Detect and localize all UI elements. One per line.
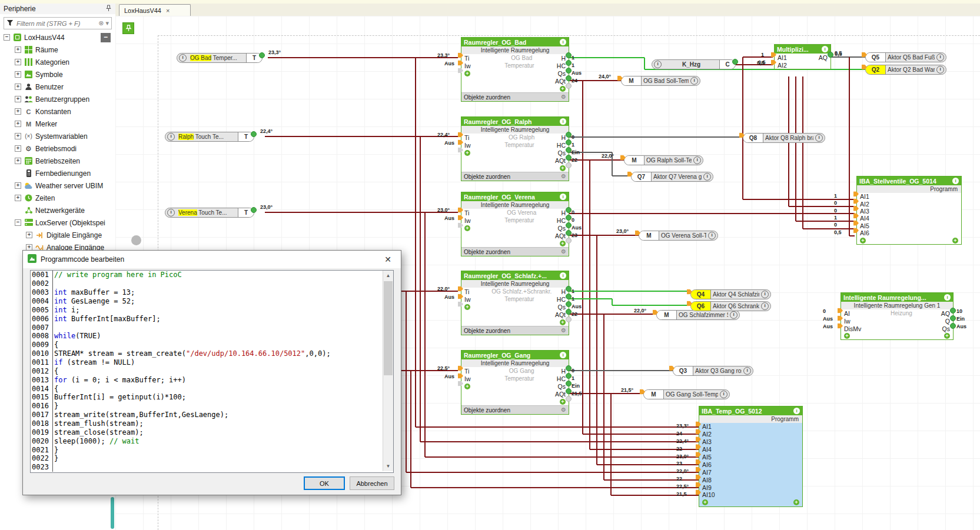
- code-line[interactable]: 0011if (stream != NULL): [31, 358, 393, 367]
- pin-icon[interactable]: [105, 5, 112, 14]
- output-connector[interactable]: [566, 373, 572, 379]
- add-input-icon[interactable]: +: [464, 304, 470, 310]
- tree-expander-icon[interactable]: −: [4, 34, 10, 41]
- output-connector[interactable]: [566, 396, 572, 402]
- controller-block-1[interactable]: Raumregler_OG_BadiIntelligente Raumregel…: [461, 37, 569, 102]
- output-connector[interactable]: [251, 131, 257, 137]
- actor-pill-q2[interactable]: Q2Aktor Q2 Bad Wand...i: [865, 65, 946, 75]
- controller-block-5[interactable]: Raumregler_OG_GangiIntelligente Raumrege…: [461, 350, 569, 415]
- controller-block-4[interactable]: Raumregler_OG_Schlafz.+...iIntelligente …: [461, 271, 569, 335]
- output-connector[interactable]: [566, 132, 572, 138]
- tab-loxhausv44[interactable]: LoxHausV44 ×: [119, 4, 191, 16]
- info-icon[interactable]: i: [560, 194, 566, 200]
- code-line[interactable]: 0010STREAM* stream = stream_create("/dev…: [31, 349, 393, 358]
- temp-block[interactable]: IBA_Temp_OG_5012iProgrammAI1AI2AI3AI4AI5…: [699, 406, 803, 507]
- output-connector[interactable]: [950, 323, 956, 329]
- sidebar-item-konstanten[interactable]: +CKonstanten: [0, 105, 115, 118]
- output-connector[interactable]: [566, 75, 572, 81]
- output-connector[interactable]: [566, 162, 572, 168]
- tree-expander-icon[interactable]: +: [15, 108, 21, 115]
- marker-pill-1[interactable]: MOG Bad Soll-Tempi: [621, 76, 700, 86]
- code-line[interactable]: 0020sleep(1000); // wait: [31, 436, 393, 445]
- filter-clear-icon[interactable]: ⊗: [98, 20, 104, 26]
- output-connector[interactable]: [566, 147, 572, 153]
- stellventile-block[interactable]: IBA_Stellventile_OG_5014iProgrammAI1AI2A…: [856, 176, 962, 245]
- sidebar-item-digitale-eing-nge[interactable]: +Digitale Eingänge: [0, 229, 115, 241]
- tree-expander-icon[interactable]: +: [15, 71, 21, 78]
- info-icon[interactable]: i: [560, 272, 566, 279]
- output-connector[interactable]: [566, 381, 572, 386]
- sidebar-scrollbar-thumb[interactable]: [111, 497, 114, 529]
- add-input-icon[interactable]: +: [464, 71, 470, 76]
- code-line[interactable]: 0019stream_close(stream);: [31, 428, 393, 436]
- output-connector[interactable]: [566, 52, 572, 58]
- output-connector[interactable]: [566, 215, 572, 221]
- info-icon[interactable]: i: [560, 39, 566, 45]
- code-line[interactable]: 0004int GesLaenge = 52;: [31, 297, 393, 306]
- sidebar-item-weather-server-ubim[interactable]: +Weather server UBIM: [0, 179, 115, 192]
- output-connector[interactable]: [732, 59, 738, 65]
- panel-handle-circle[interactable]: [131, 235, 141, 245]
- multiplier-block[interactable]: Multiplizi...iAI1AQAI2: [774, 44, 831, 69]
- output-connector[interactable]: [566, 301, 572, 307]
- tab-close-icon[interactable]: ×: [166, 7, 170, 14]
- actor-pill-q4[interactable]: Q4Aktor Q4 Schlafzim...i: [690, 289, 771, 299]
- code-line[interactable]: 0016}: [31, 402, 393, 411]
- code-line[interactable]: 0015BufferInt[i] = getinput(i)*100;: [31, 393, 393, 402]
- code-line[interactable]: 0001// write program here in PicoC: [31, 271, 393, 279]
- code-line[interactable]: 0017stream_write(stream,BufferInt,GesLae…: [31, 411, 393, 419]
- output-connector[interactable]: [251, 207, 257, 213]
- marker-pill-3[interactable]: MOG Verena Soll-Tempi: [639, 231, 718, 241]
- block-footer[interactable]: Objekte zuordnen⚙: [461, 247, 569, 256]
- actor-pill-q3[interactable]: Q3Aktor Q3 Gang rosai: [673, 366, 753, 376]
- scroll-down-icon[interactable]: ▼: [383, 461, 393, 471]
- sidebar-item-netzwerkger-te[interactable]: Netzwerkgeräte: [0, 204, 115, 216]
- code-line[interactable]: 0007: [31, 323, 393, 332]
- output-connector[interactable]: [566, 60, 572, 66]
- output-connector[interactable]: [566, 83, 572, 89]
- block-footer[interactable]: Objekte zuordnen⚙: [461, 405, 569, 414]
- tree-expander-icon[interactable]: +: [15, 46, 21, 53]
- output-connector[interactable]: [566, 294, 572, 299]
- add-input-icon[interactable]: +: [464, 225, 470, 231]
- tree-expander-icon[interactable]: +: [15, 195, 21, 201]
- code-line[interactable]: 0022}: [31, 454, 393, 463]
- sidebar-item-kategorien[interactable]: +Kategorien: [0, 56, 115, 68]
- output-connector[interactable]: [566, 139, 572, 145]
- sidebar-item-zeiten[interactable]: +Zeiten: [0, 192, 115, 204]
- tree-expander-icon[interactable]: +: [26, 232, 32, 238]
- output-connector[interactable]: [566, 365, 572, 371]
- info-icon[interactable]: i: [560, 352, 566, 358]
- ok-button[interactable]: OK: [304, 476, 345, 490]
- output-connector[interactable]: [566, 68, 572, 74]
- tree-expander-icon[interactable]: +: [15, 121, 21, 127]
- sidebar-item-benutzergruppen[interactable]: +Benutzergruppen: [0, 93, 115, 105]
- cancel-button[interactable]: Abbrechen: [350, 476, 394, 490]
- sidebar-item-symbole[interactable]: +Symbole: [0, 68, 115, 81]
- actor-pill-q7[interactable]: Q7Aktor Q7 Verena graui: [631, 172, 713, 182]
- sidebar-item-betriebsmodi[interactable]: +⚙Betriebsmodi: [0, 142, 115, 155]
- block-footer[interactable]: Objekte zuordnen⚙: [461, 92, 569, 101]
- code-line[interactable]: 0005int i;: [31, 305, 393, 314]
- constant-pill-khzg[interactable]: iK_HzgC: [652, 59, 736, 69]
- scrollbar-thumb[interactable]: [384, 281, 393, 375]
- code-line[interactable]: 0021}: [31, 445, 393, 454]
- controller-block-3[interactable]: Raumregler_OG_VerenaiIntelligente Raumre…: [461, 192, 569, 256]
- code-line[interactable]: 0003int maxBuffer = 13;: [31, 288, 393, 297]
- output-connector[interactable]: [566, 238, 572, 244]
- output-connector[interactable]: [950, 315, 956, 321]
- dialog-title-bar[interactable]: Programmcode bearbeiten ✕: [23, 251, 401, 268]
- sidebar-item-betriebszeiten[interactable]: +Betriebszeiten: [0, 155, 115, 167]
- info-icon[interactable]: i: [560, 118, 566, 125]
- output-connector[interactable]: [828, 52, 833, 58]
- sensor-pill-1[interactable]: iOG Bad Temper...T: [177, 53, 263, 63]
- filter-dropdown-icon[interactable]: ▾: [105, 20, 109, 26]
- output-connector[interactable]: [566, 155, 572, 161]
- tree-expander-icon[interactable]: +: [15, 158, 21, 164]
- code-line[interactable]: 0002: [31, 279, 393, 288]
- block-footer[interactable]: Objekte zuordnen⚙: [461, 326, 569, 335]
- collapse-all-button[interactable]: −: [101, 33, 111, 42]
- code-scrollbar[interactable]: ▲ ▼: [383, 271, 393, 471]
- output-connector[interactable]: [566, 316, 572, 322]
- tree-expander-icon[interactable]: +: [15, 84, 21, 90]
